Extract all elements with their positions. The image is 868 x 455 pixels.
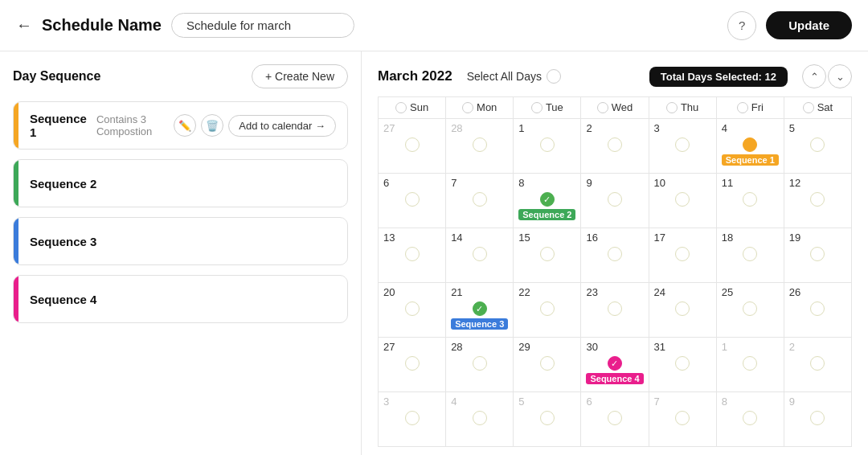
day-radio[interactable] — [675, 301, 690, 316]
table-row: 25 — [716, 283, 784, 338]
update-button[interactable]: Update — [766, 11, 852, 39]
day-radio[interactable] — [810, 301, 825, 316]
day-radio[interactable] — [608, 356, 622, 371]
day-select-circle-mon[interactable] — [462, 102, 473, 113]
day-radio[interactable] — [405, 301, 420, 316]
delete-sequence-button-1[interactable]: 🗑️ — [201, 114, 223, 137]
day-select-circle-tue[interactable] — [531, 102, 542, 113]
table-row: 4 — [446, 392, 514, 447]
day-radio[interactable] — [743, 247, 757, 261]
table-row: 1 — [514, 119, 581, 174]
table-row: 2 — [784, 338, 851, 392]
table-row: 5 — [514, 392, 581, 447]
day-select-circle-thu[interactable] — [666, 102, 678, 113]
day-radio[interactable] — [405, 192, 420, 207]
table-row: 13 — [379, 228, 446, 283]
day-radio[interactable] — [608, 301, 622, 316]
prev-month-button[interactable]: ⌃ — [802, 64, 826, 88]
day-select-circle-wed[interactable] — [597, 102, 608, 113]
day-number: 2 — [789, 341, 846, 353]
day-radio[interactable] — [675, 411, 690, 425]
day-radio[interactable] — [473, 137, 487, 152]
day-radio[interactable] — [608, 411, 622, 425]
day-select-circle-sat[interactable] — [803, 102, 814, 113]
table-row: 27 — [379, 338, 446, 392]
day-radio[interactable] — [540, 137, 555, 152]
header: ← Schedule Name ? Update — [0, 0, 868, 51]
day-number: 30 — [586, 341, 643, 353]
day-radio[interactable] — [405, 137, 420, 152]
day-number: 10 — [654, 177, 711, 189]
day-number: 5 — [518, 396, 575, 408]
day-select-circle-sun[interactable] — [395, 102, 407, 113]
day-radio[interactable] — [743, 137, 757, 152]
day-radio[interactable] — [810, 411, 825, 425]
day-radio[interactable] — [810, 356, 825, 371]
day-radio[interactable] — [810, 247, 825, 261]
cal-header-wed: Wed — [581, 97, 649, 119]
day-radio[interactable] — [810, 192, 825, 207]
day-number: 11 — [722, 177, 779, 189]
day-number: 22 — [518, 286, 575, 298]
schedule-name-input[interactable] — [171, 13, 354, 38]
sequence-name-3: Sequence 3 — [30, 235, 96, 248]
day-radio[interactable] — [743, 301, 757, 316]
day-radio[interactable] — [540, 411, 555, 425]
add-to-calendar-button-1[interactable]: Add to calendar → — [228, 115, 336, 137]
day-radio[interactable] — [608, 247, 622, 261]
day-radio[interactable] — [675, 356, 690, 371]
day-radio[interactable] — [473, 301, 487, 316]
day-number: 6 — [586, 396, 643, 408]
day-radio[interactable] — [405, 411, 420, 425]
day-radio[interactable] — [675, 192, 690, 207]
day-number: 9 — [586, 177, 643, 189]
day-radio[interactable] — [540, 247, 555, 261]
day-number: 17 — [654, 232, 711, 244]
day-radio[interactable] — [473, 247, 487, 261]
day-radio[interactable] — [810, 137, 825, 152]
day-select-circle-fri[interactable] — [737, 102, 748, 113]
day-radio[interactable] — [405, 356, 420, 371]
day-radio[interactable] — [540, 301, 555, 316]
day-radio[interactable] — [608, 192, 622, 207]
sequence-card-1: Sequence 1Contains 3 Compostion✏️🗑️Add t… — [13, 101, 348, 150]
sequence-tag: Sequence 3 — [451, 318, 508, 330]
day-radio[interactable] — [473, 411, 487, 425]
day-radio[interactable] — [540, 192, 555, 207]
day-radio[interactable] — [743, 411, 757, 425]
day-number: 6 — [383, 177, 440, 189]
day-radio[interactable] — [405, 247, 420, 261]
edit-sequence-button-1[interactable]: ✏️ — [174, 114, 196, 137]
day-number: 4 — [451, 396, 508, 408]
day-number: 27 — [383, 341, 440, 353]
table-row: 9 — [784, 392, 851, 447]
day-number: 3 — [654, 122, 711, 134]
back-button[interactable]: ← — [16, 16, 32, 35]
day-radio[interactable] — [473, 192, 487, 207]
day-sequence-header: Day Sequence + Create New — [13, 64, 348, 88]
day-number: 20 — [383, 286, 440, 298]
sequence-actions-1: ✏️🗑️Add to calendar → — [174, 114, 336, 137]
main-layout: Day Sequence + Create New Sequence 1Cont… — [0, 51, 868, 455]
sequence-tag: Sequence 4 — [586, 373, 643, 384]
cal-header-thu: Thu — [649, 97, 716, 119]
table-row: 14 — [446, 228, 514, 283]
day-number: 29 — [518, 341, 575, 353]
right-panel: March 2022 Select All Days Total Days Se… — [362, 51, 868, 455]
day-radio[interactable] — [675, 137, 690, 152]
help-button[interactable]: ? — [727, 11, 756, 40]
day-number: 3 — [383, 396, 440, 408]
next-month-button[interactable]: ⌄ — [828, 64, 852, 88]
select-all-label[interactable]: Select All Days — [467, 69, 561, 84]
day-radio[interactable] — [540, 356, 555, 371]
day-radio[interactable] — [608, 137, 622, 152]
table-row: 19 — [784, 228, 851, 283]
day-radio[interactable] — [743, 192, 757, 207]
page-title: Schedule Name — [42, 16, 162, 35]
day-radio[interactable] — [743, 356, 757, 371]
day-radio[interactable] — [473, 356, 487, 371]
table-row: 27 — [379, 119, 446, 174]
create-new-button[interactable]: + Create New — [252, 64, 348, 88]
table-row: 8 — [716, 392, 784, 447]
day-radio[interactable] — [675, 247, 690, 261]
